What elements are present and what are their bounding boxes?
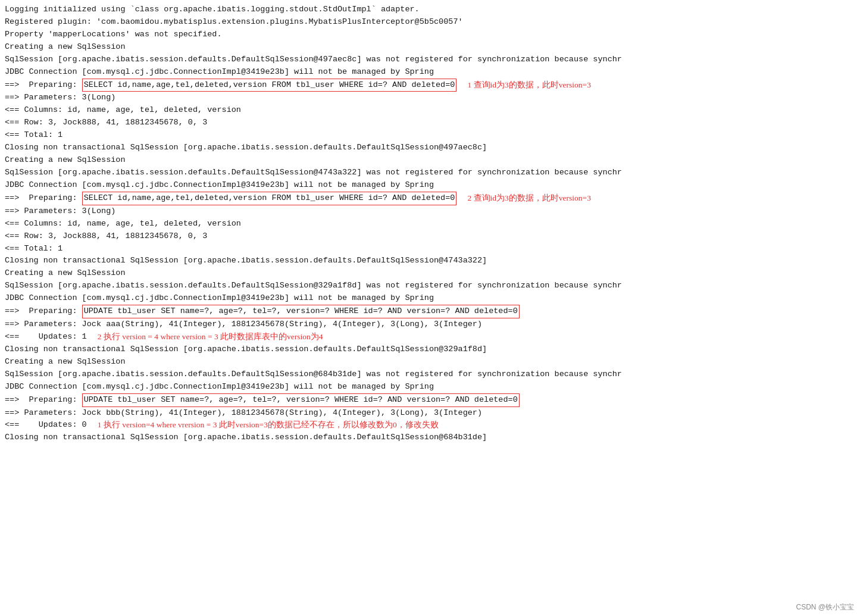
log-line: <== Total: 1 [5,129,855,142]
log-line: JDBC Connection [com.mysql.cj.jdbc.Conne… [5,179,855,192]
log-line: ==> Parameters: Jock bbb(String), 41(Int… [5,407,855,420]
annotation: 2 执行 version = 4 where version = 3 此时数据库… [98,331,323,343]
log-line: Creating a new SqlSession [5,267,855,280]
log-line: ==> Preparing: SELECT id,name,age,tel,de… [5,192,855,205]
sql-box: SELECT id,name,age,tel,deleted,version F… [82,79,457,92]
log-line: SqlSession [org.apache.ibatis.session.de… [5,280,855,292]
log-line: Closing non transactional SqlSession [or… [5,343,855,356]
annotation: 2 查询id为3的数据，此时version=3 [467,192,590,205]
log-line: Property 'mapperLocations' was not speci… [5,29,855,41]
log-line: ==> Parameters: 3(Long) [5,205,855,218]
log-line: SqlSession [org.apache.ibatis.session.de… [5,54,855,66]
log-line: ==> Preparing: UPDATE tbl_user SET name=… [5,305,855,318]
log-container: Logging initialized using `class org.apa… [0,0,860,616]
log-line: ==> Preparing: UPDATE tbl_user SET name=… [5,393,855,407]
log-line: <== Row: 3, Jock888, 41, 18812345678, 0,… [5,117,855,129]
watermark: CSDN @铁小宝宝 [796,602,854,612]
log-line: ==> Parameters: 3(Long) [5,92,855,104]
log-line: Closing non transactional SqlSession [or… [5,142,855,154]
log-line: Creating a new SqlSession [5,41,855,54]
annotation: 1 查询id为3的数据，此时version=3 [467,79,590,92]
sql-box: UPDATE tbl_user SET name=?, age=?, tel=?… [82,305,520,318]
log-line: Creating a new SqlSession [5,356,855,368]
log-line: JDBC Connection [com.mysql.cj.jdbc.Conne… [5,66,855,79]
log-line: Closing non transactional SqlSession [or… [5,255,855,267]
log-line: JDBC Connection [com.mysql.cj.jdbc.Conne… [5,381,855,393]
annotation: 1 执行 version=4 where vrersion = 3 此时vers… [98,419,439,431]
log-line: <== Total: 1 [5,243,855,255]
log-line: Logging initialized using `class org.apa… [5,4,855,16]
log-line: <== Row: 3, Jock888, 41, 18812345678, 0,… [5,230,855,243]
log-line: ==> Preparing: SELECT id,name,age,tel,de… [5,79,855,92]
log-line: ==> Parameters: Jock aaa(String), 41(Int… [5,318,855,331]
sql-box: UPDATE tbl_user SET name=?, age=?, tel=?… [82,393,520,407]
log-line: SqlSession [org.apache.ibatis.session.de… [5,368,855,381]
log-line: <== Updates: 01 执行 version=4 where vrers… [5,419,855,431]
log-line: JDBC Connection [com.mysql.cj.jdbc.Conne… [5,292,855,305]
log-line: SqlSession [org.apache.ibatis.session.de… [5,167,855,179]
log-line: Creating a new SqlSession [5,154,855,167]
log-line: Registered plugin: 'com.baomidou.mybatis… [5,16,855,29]
log-line: <== Columns: id, name, age, tel, deleted… [5,218,855,230]
sql-box: SELECT id,name,age,tel,deleted,version F… [82,192,457,205]
log-line: <== Updates: 12 执行 version = 4 where ver… [5,331,855,343]
log-line: Closing non transactional SqlSession [or… [5,431,855,444]
log-line: <== Columns: id, name, age, tel, deleted… [5,104,855,117]
